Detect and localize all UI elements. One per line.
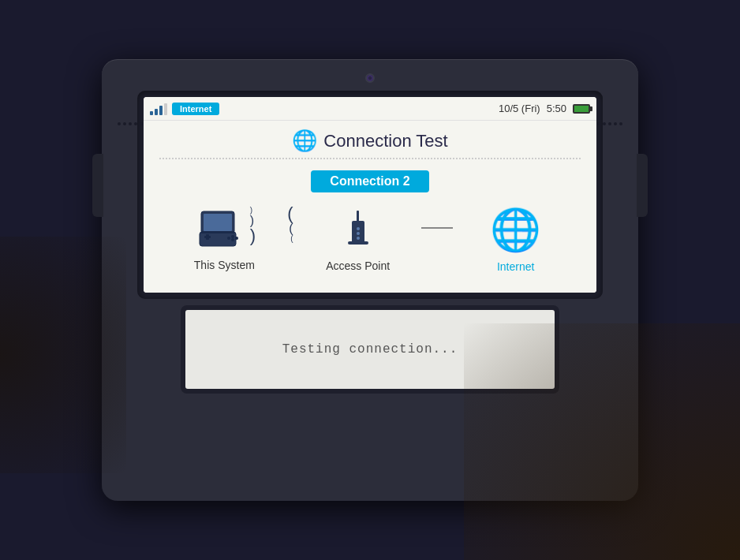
globe-title-icon: 🌐 <box>292 129 317 153</box>
svg-rect-11 <box>357 211 359 222</box>
hand-shadow-right <box>464 323 740 560</box>
connection-badge: Connection 2 <box>159 170 581 192</box>
grip-right <box>637 154 648 217</box>
svg-point-5 <box>231 235 234 238</box>
svg-rect-12 <box>348 241 368 245</box>
connection-line <box>421 227 453 229</box>
datetime-display: 10/5 (Fri) <box>499 103 540 114</box>
this-system-label: This System <box>194 259 255 271</box>
ds-device-icon <box>193 210 249 249</box>
dotted-divider <box>159 158 581 159</box>
svg-point-13 <box>357 227 360 230</box>
screen-content: 🌐 Connection Test Connection 2 <box>144 121 596 293</box>
status-left: Internet <box>150 103 219 115</box>
signal-bar-2 <box>155 109 158 115</box>
battery-icon <box>573 104 590 114</box>
speaker-left <box>118 122 143 125</box>
testing-connection-text: Testing connection... <box>282 342 458 357</box>
svg-rect-1 <box>204 214 232 231</box>
grip-left <box>92 154 103 217</box>
top-screen-bezel: Internet 10/5 (Fri) 5:50 🌐 Connection Te… <box>137 91 603 299</box>
top-screen: Internet 10/5 (Fri) 5:50 🌐 Connection Te… <box>144 97 596 293</box>
signal-bar-3 <box>159 106 163 115</box>
svg-point-15 <box>357 237 360 240</box>
svg-point-8 <box>227 237 230 240</box>
globe-internet-icon: 🌐 <box>490 207 541 252</box>
signal-bars <box>150 103 167 115</box>
internet-badge: Internet <box>172 103 219 115</box>
speaker-right <box>597 122 622 125</box>
hand-shadow-left <box>0 237 126 473</box>
internet-item: 🌐 Internet <box>453 206 579 273</box>
svg-point-6 <box>235 237 238 240</box>
status-bar: Internet 10/5 (Fri) 5:50 <box>144 97 596 121</box>
signal-bar-1 <box>150 111 153 115</box>
this-system-item: ) ) ) This System <box>161 207 287 271</box>
screen-title: 🌐 Connection Test <box>159 129 581 153</box>
time-display: 5:50 <box>547 103 566 114</box>
access-point-icon <box>336 207 379 250</box>
connector-right <box>421 227 453 251</box>
access-point-label: Access Point <box>326 259 390 272</box>
icons-row: ) ) ) This System ( ( ( <box>159 205 581 273</box>
svg-point-14 <box>357 232 360 235</box>
svg-point-7 <box>231 238 234 241</box>
svg-rect-4 <box>206 234 209 240</box>
connection-badge-label: Connection 2 <box>311 170 428 192</box>
connection-test-title: Connection Test <box>323 131 447 151</box>
internet-label: Internet <box>497 260 534 273</box>
signal-bar-4 <box>164 103 167 115</box>
access-point-item: Access Point <box>295 207 421 272</box>
connector-left: ( ( ( <box>287 205 294 273</box>
status-right: 10/5 (Fri) 5:50 <box>499 103 590 114</box>
camera <box>365 73 375 83</box>
svg-rect-9 <box>201 231 234 233</box>
svg-rect-2 <box>200 232 236 246</box>
